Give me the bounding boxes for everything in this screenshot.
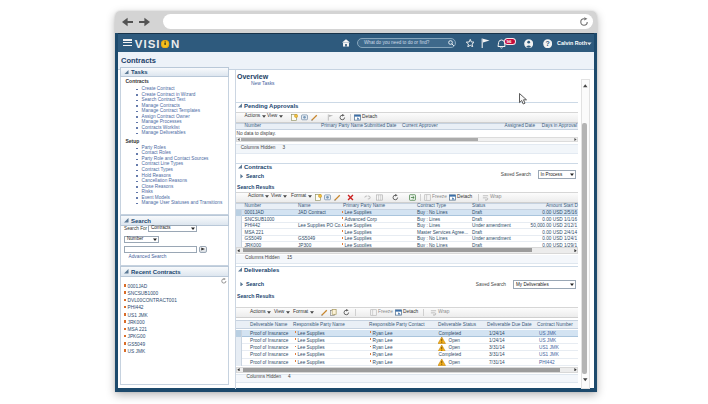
svg-text:?: ?	[546, 40, 550, 47]
